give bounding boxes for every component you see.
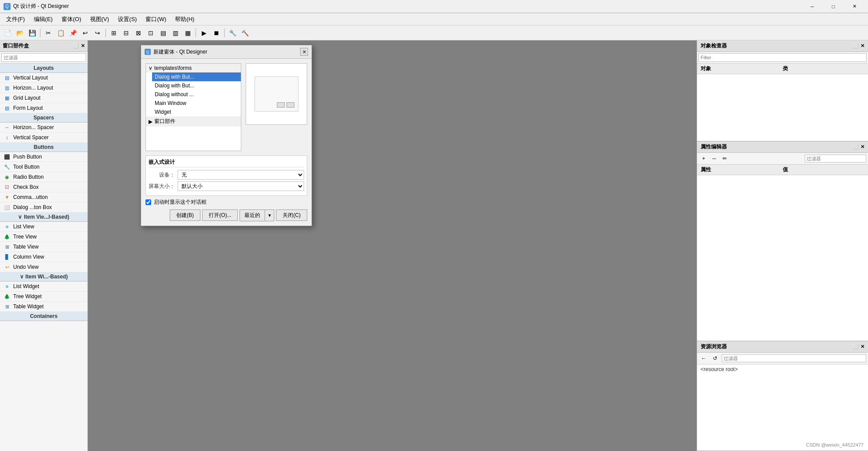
toolbar-save[interactable]: 💾 (26, 27, 38, 39)
screen-select[interactable]: 默认大小 (178, 181, 304, 191)
widgets-folder-row[interactable]: ▶ 窗口部件 (146, 116, 241, 126)
toolbar-misc1[interactable]: 🔧 (227, 27, 238, 39)
device-row: 设备： 无 (149, 170, 304, 180)
dialog-body: ∨ templates\forms Dialog with But... Dia… (141, 59, 312, 226)
resource-browser-float-icon[interactable]: ⬜ (853, 344, 859, 350)
toolbar-layout6[interactable]: ▥ (170, 27, 181, 39)
widget-filter-input[interactable] (1, 53, 86, 62)
toolbar-layout5[interactable]: ▤ (157, 27, 169, 39)
screen-row: 屏幕大小： 默认大小 (149, 181, 304, 191)
show-dialog-checkbox[interactable] (145, 199, 151, 205)
toolbar-misc2[interactable]: 🔨 (239, 27, 251, 39)
category-item-widgets: ∨ Item Wi...-Based) (0, 272, 87, 281)
template-dialog-but2[interactable]: Dialog with But... (152, 81, 241, 90)
menu-window[interactable]: 窗口(W) (141, 14, 171, 25)
toolbar-run[interactable]: ▶ (198, 27, 210, 39)
toolbar-new[interactable]: 📄 (2, 27, 13, 39)
toolbar-cut[interactable]: ✂ (43, 27, 54, 39)
widget-command-button[interactable]: ▼ Comma...utton (0, 192, 87, 202)
template-dialog-without[interactable]: Dialog without ... (152, 90, 241, 99)
resource-browser-panel: 资源浏览器 ⬜ ✕ ← ↺ <resource root> (697, 341, 868, 451)
widget-box-panel: 窗口部件盒 ⬜ ✕ Layouts ▤ Vertical Layout ▥ Ho… (0, 40, 88, 451)
toolbar-layout3[interactable]: ⊠ (133, 27, 144, 39)
prop-add-button[interactable]: + (699, 154, 708, 163)
recent-arrow[interactable]: ▼ (265, 209, 274, 221)
tree-widget-icon: 🌲 (4, 293, 11, 300)
widget-tree-view[interactable]: 🌲 Tree View (0, 232, 87, 242)
toolbar-layout4[interactable]: ⊡ (145, 27, 156, 39)
create-button[interactable]: 创建(B) (170, 209, 200, 221)
template-main-window[interactable]: Main Window (152, 99, 241, 108)
check-box-label: Check Box (13, 184, 39, 190)
open-button[interactable]: 打开(O)... (202, 209, 238, 221)
property-editor-float-icon[interactable]: ⬜ (853, 144, 859, 150)
resource-refresh-button[interactable]: ↺ (710, 354, 720, 363)
widget-vertical-spacer[interactable]: ↕ Vertical Spacer (0, 133, 87, 143)
menu-window-form[interactable]: 窗体(O) (57, 14, 86, 25)
menu-help[interactable]: 帮助(H) (171, 14, 199, 25)
property-filter-input[interactable] (805, 155, 866, 162)
resource-browser-close-icon[interactable]: ✕ (861, 344, 864, 350)
menu-view[interactable]: 视图(V) (86, 14, 113, 25)
object-inspector-close-icon[interactable]: ✕ (861, 43, 864, 49)
resource-filter-input[interactable] (722, 354, 866, 362)
toolbar-layout1[interactable]: ⊞ (108, 27, 120, 39)
widget-table-view[interactable]: ⊞ Table View (0, 242, 87, 252)
widget-tool-button[interactable]: 🔧 Tool Button (0, 162, 87, 172)
toolbar-stop[interactable]: ⏹ (211, 27, 222, 39)
close-button[interactable]: ✕ (844, 0, 864, 13)
templates-folder-row[interactable]: ∨ templates\forms (146, 64, 241, 72)
template-widget[interactable]: Widget (152, 108, 241, 116)
menu-file[interactable]: 文件(F) (2, 14, 29, 25)
menu-settings[interactable]: 设置(S) (113, 14, 141, 25)
dialog-close-button[interactable]: ✕ (300, 48, 308, 56)
device-select[interactable]: 无 (178, 170, 304, 180)
radio-button-icon: ◉ (4, 173, 11, 180)
widget-dialog-button-box[interactable]: ⬜ Dialog ...ton Box (0, 202, 87, 213)
object-inspector-float-icon[interactable]: ⬜ (853, 43, 859, 49)
toolbar-copy[interactable]: 📋 (55, 27, 66, 39)
widget-list-view[interactable]: ≡ List View (0, 222, 87, 232)
widget-push-button[interactable]: ⬛ Push Button (0, 152, 87, 162)
toolbar-open[interactable]: 📂 (14, 27, 25, 39)
close-button-dialog[interactable]: 关闭(C) (276, 209, 307, 221)
widget-check-box[interactable]: ☑ Check Box (0, 182, 87, 192)
minimize-button[interactable]: ─ (802, 0, 822, 13)
restore-button[interactable]: □ (823, 0, 843, 13)
toolbar-layout2[interactable]: ⊟ (120, 27, 132, 39)
widget-horizon-spacer[interactable]: ↔ Horizon... Spacer (0, 123, 87, 133)
widget-table-widget[interactable]: ⊞ Table Widget (0, 302, 87, 312)
toolbar-undo[interactable]: ↩ (80, 27, 91, 39)
widget-vertical-layout[interactable]: ▤ Vertical Layout (0, 73, 87, 83)
toolbar-redo[interactable]: ↪ (92, 27, 103, 39)
widget-radio-button[interactable]: ◉ Radio Button (0, 172, 87, 182)
title-bar-controls: ─ □ ✕ (802, 0, 864, 13)
property-editor-close-icon[interactable]: ✕ (861, 144, 864, 150)
list-view-label: List View (13, 224, 34, 230)
widget-column-view[interactable]: ▊ Column View (0, 252, 87, 262)
resource-root-item[interactable]: <resource root> (697, 364, 868, 374)
resource-back-button[interactable]: ← (699, 354, 708, 363)
widget-list-widget[interactable]: ≡ List Widget (0, 281, 87, 292)
widget-form-layout[interactable]: ▧ Form Layout (0, 103, 87, 113)
widget-grid-layout[interactable]: ▦ Grid Layout (0, 93, 87, 103)
template-dialog-but1[interactable]: Dialog with But... (152, 72, 241, 81)
widget-tree-widget[interactable]: 🌲 Tree Widget (0, 292, 87, 302)
toolbar-layout7[interactable]: ▦ (182, 27, 193, 39)
prop-edit-button[interactable]: ✏ (720, 154, 730, 163)
object-inspector-filter-input[interactable] (698, 53, 867, 62)
widget-box-close-icon[interactable]: ✕ (81, 43, 85, 49)
toolbar-sep2 (105, 29, 106, 37)
resource-browser-toolbar: ← ↺ (697, 353, 868, 364)
menu-edit[interactable]: 编辑(E) (29, 14, 57, 25)
toolbar-paste[interactable]: 📌 (67, 27, 79, 39)
widget-box-float-icon[interactable]: ⬜ (73, 43, 79, 49)
recent-button[interactable]: 最近的 (240, 209, 265, 221)
widget-undo-view[interactable]: ↩ Undo View (0, 262, 87, 272)
prop-remove-button[interactable]: ─ (709, 154, 719, 163)
preview-btn-cancel (277, 102, 285, 108)
item-widgets-collapse-icon: ∨ (20, 274, 24, 280)
template-dialog-but2-label: Dialog with But... (155, 83, 194, 89)
widget-horizon-layout[interactable]: ▥ Horizon... Layout (0, 83, 87, 93)
col-value: 值 (783, 166, 865, 173)
